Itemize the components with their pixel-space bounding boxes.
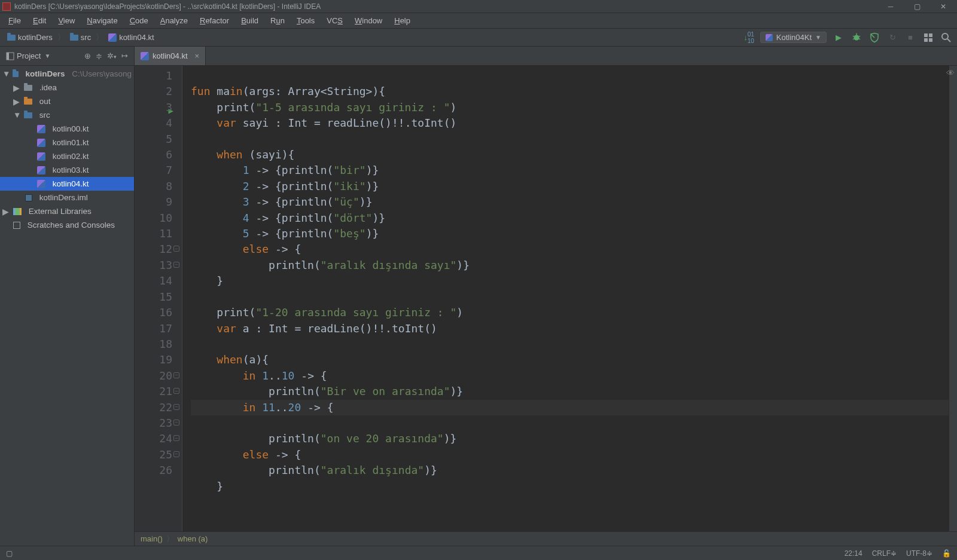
- gutter: 12▶3456789101112−13−14151617181920−21−22…: [135, 66, 182, 531]
- close-button[interactable]: ✕: [938, 2, 949, 11]
- editor-breadcrumb: main() 〉 when (a): [135, 531, 957, 546]
- menu-vcs[interactable]: VCS: [322, 15, 348, 26]
- kotlin-icon: [766, 34, 773, 41]
- menu-navigate[interactable]: Navigate: [82, 15, 122, 26]
- window-title: kotlinDers [C:\Users\yasong\IdeaProjects…: [14, 2, 321, 11]
- target-icon[interactable]: ⊕: [84, 51, 91, 60]
- app-icon: [2, 2, 11, 11]
- coverage-button[interactable]: [868, 32, 880, 44]
- breadcrumb: kotlinDers 〉 src 〉 kotlin04.kt: [5, 32, 157, 43]
- tree-k2[interactable]: kotlin02.kt: [0, 149, 134, 163]
- encoding[interactable]: UTF-8≑: [906, 549, 932, 558]
- menu-build[interactable]: Build: [236, 15, 263, 26]
- tree-root[interactable]: ▼ kotlinDers C:\Users\yasong: [0, 67, 134, 81]
- tree-src[interactable]: ▼ src: [0, 108, 134, 122]
- readonly-lock-icon[interactable]: 🔓: [942, 549, 951, 558]
- svg-rect-6: [924, 33, 928, 37]
- tab-kotlin04[interactable]: kotlin04.kt ×: [135, 47, 206, 65]
- menu-help[interactable]: Help: [389, 15, 415, 26]
- tree-scratches[interactable]: Scratches and Consoles: [0, 218, 134, 232]
- chevron-down-icon: ▼: [815, 34, 821, 41]
- editor[interactable]: 👁 12▶3456789101112−13−14151617181920−21−…: [135, 66, 957, 531]
- svg-point-0: [854, 35, 860, 40]
- crumb-src[interactable]: src: [68, 32, 93, 43]
- svg-rect-9: [929, 38, 932, 42]
- project-panel-header: Project ▼ ⊕ ≑ ✲▾ ↦: [0, 47, 135, 66]
- tab-label: kotlin04.kt: [153, 51, 188, 60]
- rerun-button[interactable]: ↻: [886, 32, 898, 44]
- svg-rect-8: [924, 38, 928, 42]
- collapse-icon[interactable]: ≑: [96, 51, 102, 60]
- menu-file[interactable]: File: [4, 15, 26, 26]
- crumb-project[interactable]: kotlinDers: [5, 32, 55, 43]
- maximize-button[interactable]: ▢: [912, 2, 922, 11]
- menubar: File Edit View Navigate Code Analyze Ref…: [0, 13, 957, 29]
- menu-tools[interactable]: Tools: [292, 15, 319, 26]
- menu-analyze[interactable]: Analyze: [156, 15, 193, 26]
- scrollbar[interactable]: [949, 66, 957, 531]
- event-log-icon[interactable]: ▢: [6, 549, 13, 558]
- svg-rect-13: [7, 53, 9, 60]
- structure-button[interactable]: [922, 32, 934, 44]
- search-button[interactable]: [940, 32, 952, 44]
- menu-window[interactable]: Window: [350, 15, 387, 26]
- hide-panel-icon[interactable]: ↦: [121, 51, 128, 60]
- statusbar: ▢ 22:14 CRLF≑ UTF-8≑ 🔓: [0, 546, 957, 560]
- svg-rect-7: [929, 33, 932, 37]
- crumb-when[interactable]: when (a): [178, 534, 208, 543]
- svg-line-2: [853, 36, 854, 37]
- menu-view[interactable]: View: [53, 15, 80, 26]
- tree-iml[interactable]: kotlinDers.iml: [0, 191, 134, 204]
- tree-k0[interactable]: kotlin00.kt: [0, 122, 134, 136]
- code-area[interactable]: fun main(args: Array<String>){ print("1-…: [182, 66, 949, 531]
- tree-k1[interactable]: kotlin01.kt: [0, 136, 134, 149]
- menu-run[interactable]: Run: [266, 15, 289, 26]
- run-config-selector[interactable]: Kotlin04Kt ▼: [760, 32, 827, 43]
- inspection-eye-icon[interactable]: 👁: [946, 68, 955, 78]
- crumb-main[interactable]: main(): [141, 534, 163, 543]
- crumb-file[interactable]: kotlin04.kt: [106, 32, 157, 43]
- line-sep[interactable]: CRLF≑: [872, 549, 897, 558]
- tree-out[interactable]: ▶ out: [0, 94, 134, 108]
- tree-ext[interactable]: ▶ External Libraries: [0, 204, 134, 218]
- menu-edit[interactable]: Edit: [28, 15, 51, 26]
- tree-k4[interactable]: kotlin04.kt: [0, 177, 134, 191]
- updates-icon[interactable]: ↓0110: [743, 31, 754, 44]
- debug-button[interactable]: [851, 32, 862, 44]
- gear-icon[interactable]: ✲▾: [107, 51, 117, 60]
- kotlin-icon: [141, 52, 149, 60]
- editor-tabbar: kotlin04.kt ×: [135, 47, 957, 66]
- run-config-name: Kotlin04Kt: [776, 33, 812, 42]
- svg-line-11: [947, 39, 950, 42]
- menu-code[interactable]: Code: [125, 15, 153, 26]
- svg-line-4: [853, 38, 854, 39]
- run-button[interactable]: ▶: [833, 32, 845, 44]
- nav-toolbar: kotlinDers 〉 src 〉 kotlin04.kt ↓0110 Kot…: [0, 29, 957, 47]
- cursor-position[interactable]: 22:14: [845, 549, 862, 558]
- minimize-button[interactable]: ─: [885, 2, 896, 11]
- titlebar: kotlinDers [C:\Users\yasong\IdeaProjects…: [0, 0, 957, 13]
- project-panel-toggle[interactable]: Project ▼: [2, 50, 54, 62]
- svg-line-3: [859, 36, 860, 37]
- close-tab-icon[interactable]: ×: [195, 51, 200, 60]
- tree-idea[interactable]: ▶ .idea: [0, 81, 134, 94]
- project-tree: ▼ kotlinDers C:\Users\yasong ▶ .idea ▶ o…: [0, 66, 135, 546]
- tree-k3[interactable]: kotlin03.kt: [0, 163, 134, 177]
- stop-button[interactable]: ■: [904, 32, 916, 44]
- menu-refactor[interactable]: Refactor: [195, 15, 234, 26]
- svg-line-5: [859, 38, 860, 39]
- svg-point-10: [942, 33, 948, 39]
